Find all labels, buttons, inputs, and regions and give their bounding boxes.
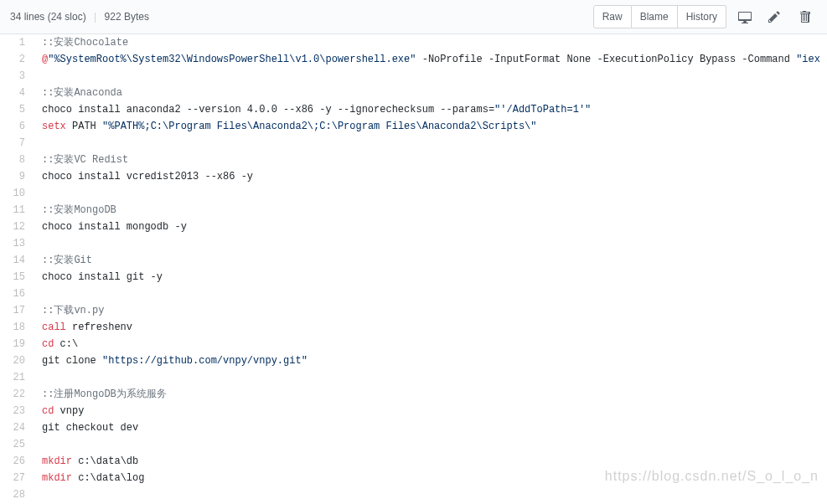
line-count: 34 lines (24 sloc) xyxy=(10,11,86,23)
code-token: -NoProfile -InputFormat None -ExecutionP… xyxy=(416,54,796,65)
code-line[interactable]: ::安装MongoDB xyxy=(34,202,827,219)
code-container[interactable]: 1::安装Chocolate2@"%SystemRoot%\System32\W… xyxy=(0,34,827,504)
line-number[interactable]: 14 xyxy=(0,252,34,269)
line-number[interactable]: 6 xyxy=(0,118,34,135)
desktop-icon[interactable] xyxy=(733,6,757,28)
code-row: 10 xyxy=(0,185,827,202)
code-line[interactable] xyxy=(34,285,827,302)
line-number[interactable]: 3 xyxy=(0,68,34,85)
code-line[interactable]: ::安装Git xyxy=(34,252,827,269)
line-number[interactable]: 20 xyxy=(0,352,34,369)
code-row: 3 xyxy=(0,68,827,85)
line-number[interactable]: 11 xyxy=(0,202,34,219)
code-token: mkdir xyxy=(42,472,72,484)
line-number[interactable]: 2 xyxy=(0,51,34,68)
code-token: choco install anaconda2 --version 4.0.0 … xyxy=(42,104,494,116)
line-number[interactable]: 19 xyxy=(0,336,34,352)
line-number[interactable]: 16 xyxy=(0,285,34,302)
code-line[interactable]: choco install git -y xyxy=(34,269,827,285)
code-token: ::安装Git xyxy=(42,255,92,266)
line-number[interactable]: 4 xyxy=(0,85,34,101)
code-line[interactable]: choco install anaconda2 --version 4.0.0 … xyxy=(34,101,827,118)
code-line[interactable] xyxy=(34,235,827,252)
raw-button[interactable]: Raw xyxy=(593,5,632,28)
trash-icon[interactable] xyxy=(793,6,817,28)
code-line[interactable]: @"%SystemRoot%\System32\WindowsPowerShel… xyxy=(34,51,827,68)
code-row: 22::注册MongoDB为系统服务 xyxy=(0,386,827,403)
code-line[interactable]: cd vnpy xyxy=(34,403,827,419)
code-line[interactable] xyxy=(34,135,827,152)
line-number[interactable]: 28 xyxy=(0,486,34,503)
code-row: 26mkdir c:\data\db xyxy=(0,453,827,470)
line-number[interactable]: 15 xyxy=(0,269,34,285)
code-row: 7 xyxy=(0,135,827,152)
code-line[interactable]: choco install vcredist2013 --x86 -y xyxy=(34,168,827,185)
code-line[interactable]: cd c:\ xyxy=(34,336,827,352)
code-row: 17::下载vn.py xyxy=(0,302,827,319)
code-line[interactable] xyxy=(34,369,827,386)
code-token: refreshenv xyxy=(66,321,132,333)
code-token: git clone xyxy=(42,355,102,367)
code-line[interactable]: setx PATH "%PATH%;C:\Program Files\Anaco… xyxy=(34,118,827,135)
code-row: 28 xyxy=(0,486,827,503)
code-token: cd xyxy=(42,338,54,350)
line-number[interactable]: 12 xyxy=(0,219,34,235)
code-row: 6setx PATH "%PATH%;C:\Program Files\Anac… xyxy=(0,118,827,135)
code-row: 27mkdir c:\data\log xyxy=(0,470,827,486)
code-table: 1::安装Chocolate2@"%SystemRoot%\System32\W… xyxy=(0,34,827,504)
line-number[interactable]: 23 xyxy=(0,403,34,419)
code-line[interactable] xyxy=(34,68,827,85)
code-token: ::安装MongoDB xyxy=(42,204,116,216)
code-line[interactable] xyxy=(34,436,827,453)
line-number[interactable]: 18 xyxy=(0,319,34,336)
code-line[interactable]: ::安装Anaconda xyxy=(34,85,827,101)
code-token: cd xyxy=(42,405,54,417)
code-row: 11::安装MongoDB xyxy=(0,202,827,219)
line-number[interactable]: 9 xyxy=(0,168,34,185)
file-actions: Raw Blame History xyxy=(593,5,817,28)
code-row: 14::安装Git xyxy=(0,252,827,269)
code-token: PATH xyxy=(66,121,102,132)
code-token: vnpy xyxy=(54,405,84,417)
code-line[interactable]: ::安装Chocolate xyxy=(34,34,827,51)
code-row: 16 xyxy=(0,285,827,302)
code-token: choco install mongodb -y xyxy=(42,221,187,233)
code-line[interactable]: choco install mongodb -y xyxy=(34,219,827,235)
line-number[interactable]: 13 xyxy=(0,235,34,252)
code-line[interactable]: ::下载vn.py xyxy=(34,302,827,319)
code-row: 15choco install git -y xyxy=(0,269,827,285)
code-line[interactable]: git clone "https://github.com/vnpy/vnpy.… xyxy=(34,352,827,369)
line-number[interactable]: 26 xyxy=(0,453,34,470)
code-line[interactable]: mkdir c:\data\log xyxy=(34,470,827,486)
code-row: 25 xyxy=(0,436,827,453)
code-line[interactable]: ::注册MongoDB为系统服务 xyxy=(34,386,827,403)
history-button[interactable]: History xyxy=(678,5,726,28)
line-number[interactable]: 25 xyxy=(0,436,34,453)
blame-button[interactable]: Blame xyxy=(632,5,678,28)
file-header: 34 lines (24 sloc) | 922 Bytes Raw Blame… xyxy=(0,0,827,34)
code-line[interactable]: git checkout dev xyxy=(34,419,827,436)
line-number[interactable]: 10 xyxy=(0,185,34,202)
code-line[interactable] xyxy=(34,486,827,503)
code-line[interactable]: call refreshenv xyxy=(34,319,827,336)
code-token: call xyxy=(42,321,66,333)
line-number[interactable]: 22 xyxy=(0,386,34,403)
line-number[interactable]: 7 xyxy=(0,135,34,152)
code-line[interactable]: ::安装VC Redist xyxy=(34,152,827,168)
line-number[interactable]: 5 xyxy=(0,101,34,118)
code-token: ::安装Anaconda xyxy=(42,87,122,99)
pencil-icon[interactable] xyxy=(763,6,787,28)
line-number[interactable]: 1 xyxy=(0,34,34,51)
code-token: choco install vcredist2013 --x86 -y xyxy=(42,171,253,183)
code-row: 2@"%SystemRoot%\System32\WindowsPowerShe… xyxy=(0,51,827,68)
line-number[interactable]: 24 xyxy=(0,419,34,436)
code-token: choco install git -y xyxy=(42,271,163,283)
code-line[interactable] xyxy=(34,185,827,202)
line-number[interactable]: 21 xyxy=(0,369,34,386)
line-number[interactable]: 8 xyxy=(0,152,34,168)
line-number[interactable]: 27 xyxy=(0,470,34,486)
line-number[interactable]: 17 xyxy=(0,302,34,319)
code-line[interactable]: mkdir c:\data\db xyxy=(34,453,827,470)
code-token: setx xyxy=(42,121,66,132)
code-row: 5choco install anaconda2 --version 4.0.0… xyxy=(0,101,827,118)
